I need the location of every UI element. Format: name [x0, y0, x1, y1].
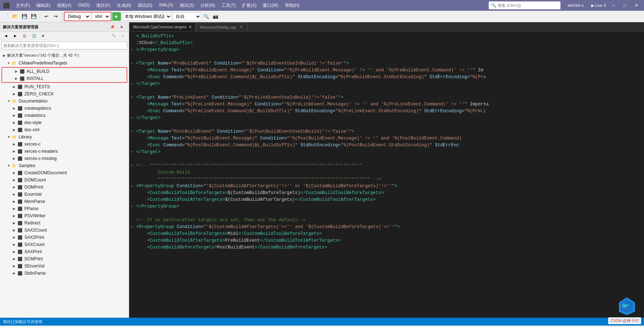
tree-item-samples[interactable]: ▼ 📁 Samples: [0, 162, 129, 169]
mode-select[interactable]: 自动: [172, 13, 201, 20]
tree-item-sax2print[interactable]: ▶ ⬛ SAX2Print: [0, 234, 129, 241]
sidebar-pin-button[interactable]: 📌: [108, 24, 117, 30]
tab-microsoft-cpp[interactable]: Microsoft.CppCommon.targets ✕: [129, 23, 196, 31]
menu-help[interactable]: 帮助(H): [282, 2, 303, 9]
debug-mode-select[interactable]: Debug: [65, 13, 90, 20]
sidebar-btn-6[interactable]: 🔧: [109, 33, 118, 39]
menu-analyze[interactable]: 分析(N): [198, 2, 218, 9]
menu-tools[interactable]: 工具(T): [219, 2, 238, 9]
menu-view[interactable]: 视图(V): [54, 2, 74, 9]
tree-item-zero-check[interactable]: ▶ ⬛ ZERO_CHECK: [0, 90, 129, 98]
tree-item-redirect[interactable]: ▶ ⬛ Redirect: [0, 219, 129, 227]
save-all-button[interactable]: 💾: [29, 12, 38, 21]
tree-item-create-dom[interactable]: ▶ ⬛ CreateDOMDocument: [0, 169, 129, 176]
code-content: <Target Name="PreBuildEvent" Condition="…: [135, 60, 644, 67]
tree-item-xerces-c-headers[interactable]: ▶ ⬛ xerces-c-headers: [0, 148, 129, 155]
menu-debug[interactable]: 调试(D): [135, 2, 155, 9]
tree-item-all-build[interactable]: ▶ ⬛ ALL_BUILD: [2, 68, 127, 75]
undo-button[interactable]: ↩: [42, 12, 51, 21]
tree-item-memparse[interactable]: ▶ ⬛ MemParse: [0, 198, 129, 205]
menu-test[interactable]: 测试(S): [177, 2, 197, 9]
fold-btn[interactable]: ▼: [129, 203, 135, 210]
tree-label-psviwriter: PSVIWriter: [24, 213, 46, 218]
tree-item-saxprint[interactable]: ▶ ⬛ SAXPrint: [0, 248, 129, 255]
open-button[interactable]: 📂: [11, 12, 19, 21]
fold-btn[interactable]: [129, 33, 135, 40]
csdn-badge: CSDN @林子07: [608, 317, 641, 324]
sidebar-close-button[interactable]: ✕: [117, 24, 126, 30]
fold-btn[interactable]: ▼: [129, 115, 135, 122]
run-options-button[interactable]: 🔍: [202, 12, 210, 21]
camera-button[interactable]: 📷: [211, 12, 220, 21]
tree-item-senumval[interactable]: ▶ ⬛ SEnumVal: [0, 262, 129, 270]
tree-label-cmake: CMakePredefinedTargets: [19, 61, 67, 66]
arrow-icon: ▶: [15, 77, 19, 80]
redo-button[interactable]: ↪: [51, 12, 60, 21]
fold-btn[interactable]: ▼: [129, 183, 135, 190]
menu-extensions[interactable]: 扩展(X): [239, 2, 259, 9]
sep1: [40, 13, 40, 20]
tree-item-doc-xml[interactable]: ▶ ⬛ doc-xml: [0, 126, 129, 133]
fold-btn[interactable]: ▼: [129, 47, 135, 53]
tree-item-saxcount[interactable]: ▶ ⬛ SAXCount: [0, 241, 129, 248]
new-file-button[interactable]: 📄: [1, 12, 10, 21]
sidebar-btn-7[interactable]: ─: [119, 33, 127, 39]
tree-item-docs[interactable]: ▼ 📁 Documentation: [0, 98, 129, 105]
tab-windows-filemgr[interactable]: WindowsFileMgr.cpp ✕: [196, 23, 247, 31]
platform-select[interactable]: 本地 Windows 调试器: [122, 13, 172, 20]
tree-item-enumval[interactable]: ▶ ⬛ EnumVal: [0, 191, 129, 198]
menu-xml[interactable]: XML(X): [156, 2, 176, 9]
menu-edit[interactable]: 编辑(E): [33, 2, 53, 9]
fold-btn[interactable]: ▼: [129, 162, 135, 169]
code-editor[interactable]: <_BuildSuffix> :VCEnd</_BuildSuffix> ▼ <…: [129, 32, 644, 318]
menu-git[interactable]: Git(G): [75, 2, 93, 9]
proj-icon: ⬛: [17, 148, 23, 154]
menu-file[interactable]: 文件(F): [13, 2, 33, 9]
tree-item-library[interactable]: ▼ 📁 Library: [0, 133, 129, 141]
tree-item-cmake[interactable]: ▼ 📁 CMakePredefinedTargets: [0, 60, 129, 67]
fold-btn[interactable]: [129, 40, 135, 47]
code-line: <Message Text="%(PreBuildEvent.Message)"…: [129, 67, 644, 74]
sidebar-search-input[interactable]: [1, 42, 127, 49]
tree-item-createdocs[interactable]: ▶ ⬛ createdocs: [0, 112, 129, 119]
fold-btn[interactable]: ▼: [129, 149, 135, 156]
tree-item-psviwriter[interactable]: ▶ ⬛ PSVIWriter: [0, 212, 129, 219]
fold-btn[interactable]: ▼: [129, 224, 135, 231]
fold-btn[interactable]: ▼: [129, 128, 135, 135]
tree-item-xerces-c[interactable]: ▶ ⬛ xerces-c: [0, 141, 129, 148]
sidebar-btn-2[interactable]: ▶: [11, 33, 19, 39]
sidebar-btn-4[interactable]: 🔄: [29, 33, 38, 39]
tree-item-pparse[interactable]: ▶ ⬛ PParse: [0, 205, 129, 212]
sidebar-btn-5[interactable]: ⚙: [39, 33, 47, 39]
live-share[interactable]: ▶ Live S: [591, 3, 606, 8]
fold-btn[interactable]: ▼: [129, 81, 135, 87]
tab-close-icon[interactable]: ✕: [238, 24, 244, 30]
tree-item-run-tests[interactable]: ▶ ⬛ RUN_TESTS: [0, 83, 129, 90]
tree-item-stdinparse[interactable]: ▶ ⬛ StdInParse: [0, 270, 129, 277]
sidebar-btn-3[interactable]: 🏠: [20, 33, 29, 39]
sidebar-btn-1[interactable]: ◀: [1, 33, 10, 39]
menu-window[interactable]: 窗口(W): [260, 2, 281, 9]
tree-item-scmprint[interactable]: ▶ ⬛ SCMPrint: [0, 255, 129, 262]
maximize-button[interactable]: □: [621, 2, 629, 9]
menu-project[interactable]: 项目(P): [93, 2, 113, 9]
close-button[interactable]: ✕: [632, 2, 641, 9]
tree-item-createapidocs[interactable]: ▶ ⬛ createapidocs: [0, 105, 129, 112]
fold-btn[interactable]: ▼: [129, 60, 135, 67]
run-button[interactable]: ▶: [112, 12, 121, 21]
global-search-input[interactable]: [498, 3, 558, 8]
arrow-icon: ▶: [13, 150, 17, 153]
tree-item-domcount[interactable]: ▶ ⬛ DOMCount: [0, 176, 129, 184]
menu-build[interactable]: 生成(B): [114, 2, 134, 9]
tree-item-sax2count[interactable]: ▶ ⬛ SAX2Count: [0, 227, 129, 234]
fold-btn[interactable]: ▼: [129, 94, 135, 101]
tree-item-install[interactable]: ▶ ⬛ INSTALL: [2, 75, 127, 82]
folder-icon: 📁: [11, 134, 17, 140]
minimize-button[interactable]: ─: [609, 2, 618, 9]
tree-item-doc-style[interactable]: ▶ ⬛ doc-style: [0, 119, 129, 126]
arch-select[interactable]: x64: [92, 13, 110, 20]
tree-item-xerces-c-missing[interactable]: ▶ ⬛ xerces-c-missing: [0, 155, 129, 162]
folder-icon: 📁: [11, 163, 17, 169]
save-button[interactable]: 💾: [20, 12, 29, 21]
tree-item-domprint[interactable]: ▶ ⬛ DOMPrint: [0, 184, 129, 191]
